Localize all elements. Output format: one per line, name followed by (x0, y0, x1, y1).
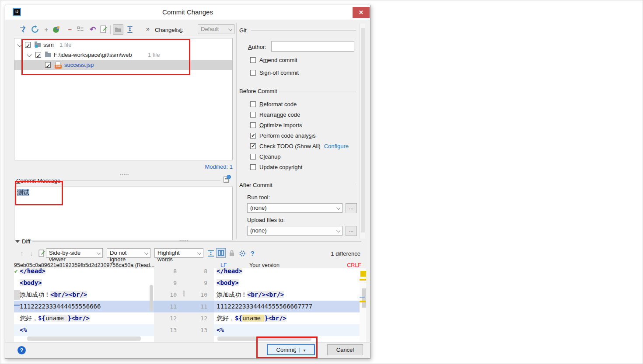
run-tool-select[interactable]: (none) (247, 203, 342, 213)
jump-to-source-icon[interactable] (37, 249, 46, 258)
left-horizontal-scrollbar[interactable] (27, 336, 141, 341)
before-commit-option[interactable]: Reformat code (250, 101, 297, 109)
diff-line-left[interactable]: <% (14, 324, 154, 336)
show-diff-icon[interactable] (20, 25, 28, 34)
diff-line-left[interactable]: 您好，${uname }<br/> (14, 312, 154, 324)
gear-settings-icon[interactable] (238, 249, 247, 258)
option-checkbox[interactable] (250, 133, 256, 139)
right-line-separator[interactable]: CRLF (347, 262, 361, 268)
options-scroll-thumb[interactable] (361, 28, 365, 232)
error-stripe[interactable] (360, 268, 366, 343)
signoff-commit-row[interactable]: Sign-off commit (250, 69, 299, 77)
left-vertical-scrollbar[interactable] (150, 285, 153, 311)
upload-files-value: (none) (250, 227, 267, 234)
chevron-down-icon (336, 206, 340, 210)
before-commit-option[interactable]: Check TODO (Show All)Configure (250, 143, 349, 151)
changelist-value: Default (201, 26, 219, 32)
option-checkbox[interactable] (250, 143, 256, 149)
diff-collapse-header[interactable]: Diff (15, 238, 30, 245)
diff-line-left[interactable]: <body> (14, 277, 154, 289)
move-to-changelist-icon[interactable] (52, 25, 61, 34)
help-icon[interactable]: ? (248, 249, 257, 258)
amend-commit-row[interactable]: Amend commit (250, 57, 297, 65)
option-checkbox[interactable] (250, 101, 256, 107)
stripe-scroll-thumb[interactable] (362, 288, 366, 308)
side-by-side-panels-icon[interactable] (216, 248, 226, 258)
diff-line-left[interactable]: 1112222333444455556666 (14, 301, 154, 312)
dash-gutter-marker-icon (14, 305, 20, 306)
cancel-button[interactable]: Cancel (327, 344, 363, 355)
refresh-icon[interactable] (31, 25, 40, 34)
diff-line-left[interactable]: 添加成功！<br/><br/> (14, 289, 154, 301)
collapse-unchanged-icon[interactable] (206, 249, 215, 258)
amend-commit-label: Amend commit (259, 57, 297, 63)
diff-header-label: Diff (22, 238, 30, 245)
difference-count: 1 difference (273, 250, 360, 257)
stripe-change-marker[interactable] (360, 271, 366, 277)
run-tool-browse-button[interactable]: ... (346, 203, 357, 213)
option-label: Update copyright (259, 164, 302, 170)
close-button[interactable]: ✕ (353, 7, 370, 18)
previous-difference-icon[interactable]: ↑ (17, 249, 26, 258)
before-commit-option[interactable]: Update copyright (250, 164, 302, 172)
highlight-mode-select[interactable]: Highlight words (154, 248, 203, 258)
configure-link[interactable]: Configure (324, 143, 349, 149)
dialog-help-button[interactable]: ? (17, 346, 26, 354)
diff-line-right[interactable]: <% (214, 324, 360, 336)
lock-icon[interactable] (227, 249, 236, 258)
title-bar[interactable]: IJ Commit Changes ✕ (5, 5, 370, 20)
before-commit-option[interactable]: Cleanup (250, 153, 280, 161)
chevron-down-icon (144, 251, 148, 255)
toolbar-overflow-chevron[interactable]: » (146, 25, 150, 32)
expand-all-icon[interactable] (126, 25, 135, 34)
before-commit-option[interactable]: Perform code analysis (250, 132, 316, 140)
diff-splitter-handle[interactable]: ▪▪▪▪▪ (179, 239, 189, 243)
add-icon[interactable]: + (42, 25, 51, 34)
diff-right-pane[interactable]: </head><body>添加成功！<br/><br/>111222233344… (214, 268, 360, 343)
commit-message-rule (62, 180, 220, 181)
upload-files-select[interactable]: (none) (247, 226, 342, 236)
rollback-icon[interactable]: ↶ (88, 25, 97, 34)
before-commit-option[interactable]: Rearrange code (250, 111, 300, 119)
stripe-change-marker[interactable] (360, 297, 365, 298)
changelist-group-icon[interactable] (77, 25, 85, 34)
diff-line-right[interactable]: 您好，${uname }<br/> (214, 312, 360, 324)
amend-commit-checkbox[interactable] (250, 57, 256, 63)
option-checkbox[interactable] (250, 154, 256, 159)
diff-left-pane[interactable]: </head><body>添加成功！<br/><br/>111222233344… (14, 268, 154, 343)
author-input[interactable] (271, 41, 354, 52)
upload-files-browse-button[interactable]: ... (346, 226, 357, 236)
options-scrollbar[interactable] (360, 24, 365, 239)
signoff-commit-label: Sign-off commit (259, 69, 299, 76)
next-difference-icon[interactable]: ↓ (27, 249, 36, 258)
stripe-change-marker[interactable] (360, 279, 366, 281)
diff-line-right[interactable]: 11122223334444555566667777 (214, 301, 360, 312)
option-checkbox[interactable] (250, 122, 256, 128)
option-label: Cleanup (259, 153, 280, 160)
diff-line-right[interactable]: </head> (214, 268, 360, 277)
message-history-icon[interactable] (223, 176, 231, 184)
stripe-change-marker[interactable] (360, 301, 366, 302)
option-checkbox[interactable] (250, 164, 256, 170)
diff-line-right[interactable]: <body> (214, 277, 360, 289)
line-numbers: 99 (154, 277, 214, 289)
whitespace-ignore-select[interactable]: Do not ignore (107, 248, 150, 258)
option-label: Check TODO (Show All) (259, 143, 321, 149)
diff-line-right[interactable]: 添加成功！<br/><br/> (214, 289, 360, 301)
left-line-separator[interactable]: LF (220, 262, 227, 268)
group-by-directory-toggle[interactable] (113, 24, 123, 35)
viewer-mode-select[interactable]: Side-by-side viewer (46, 248, 103, 258)
edit-source-icon[interactable] (100, 25, 108, 34)
modified-count: Modified: 1 (145, 163, 233, 170)
run-tool-value: (none) (250, 205, 267, 211)
whitespace-ignore-value: Do not ignore (110, 250, 126, 263)
splitter-handle[interactable]: ▪▪▪▪▪ (120, 172, 129, 177)
remove-icon[interactable]: − (66, 25, 74, 34)
option-checkbox[interactable] (250, 112, 256, 118)
changelist-select[interactable]: Default (198, 24, 234, 34)
diff-line-left[interactable]: </head> (14, 268, 154, 277)
after-commit-rule (276, 185, 356, 185)
check-gutter-marker-icon (14, 268, 20, 274)
before-commit-option[interactable]: Optimize imports (250, 122, 302, 130)
signoff-commit-checkbox[interactable] (250, 70, 256, 76)
